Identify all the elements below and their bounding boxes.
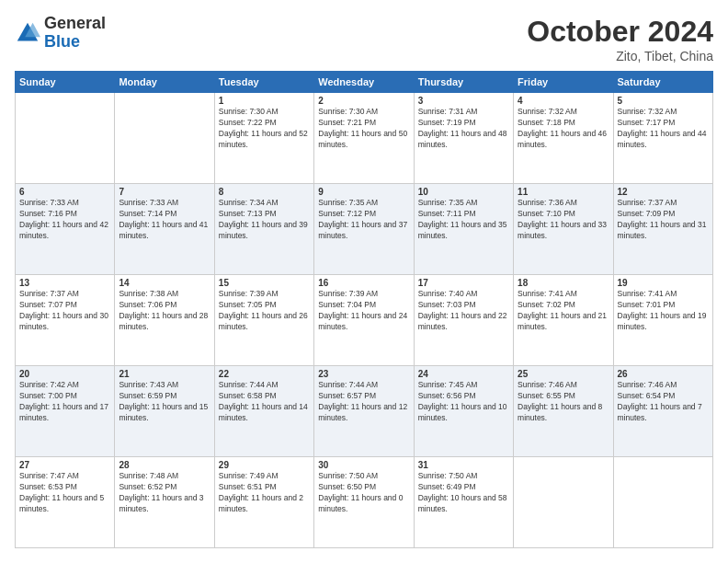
day-detail: Sunrise: 7:39 AMSunset: 7:04 PMDaylight:… [318,289,409,333]
day-number: 29 [219,460,310,470]
day-detail: Sunrise: 7:33 AMSunset: 7:16 PMDaylight:… [19,198,110,242]
table-row: 20Sunrise: 7:42 AMSunset: 7:00 PMDayligh… [16,366,115,457]
day-number: 4 [518,96,609,106]
table-row: 29Sunrise: 7:49 AMSunset: 6:51 PMDayligh… [214,457,313,548]
table-row: 2Sunrise: 7:30 AMSunset: 7:21 PMDaylight… [314,93,414,184]
table-row: 22Sunrise: 7:44 AMSunset: 6:58 PMDayligh… [214,366,313,457]
table-row: 5Sunrise: 7:32 AMSunset: 7:17 PMDaylight… [613,93,712,184]
day-detail: Sunrise: 7:41 AMSunset: 7:02 PMDaylight:… [518,289,609,333]
col-thursday: Thursday [414,72,513,93]
day-detail: Sunrise: 7:48 AMSunset: 6:52 PMDaylight:… [119,471,210,515]
day-number: 28 [119,460,210,470]
col-monday: Monday [115,72,214,93]
day-number: 24 [418,369,509,379]
table-row: 12Sunrise: 7:37 AMSunset: 7:09 PMDayligh… [613,184,712,275]
day-number: 20 [19,369,110,379]
table-row: 6Sunrise: 7:33 AMSunset: 7:16 PMDaylight… [16,184,115,275]
day-number: 5 [618,96,709,106]
table-row: 25Sunrise: 7:46 AMSunset: 6:55 PMDayligh… [514,366,613,457]
day-number: 9 [318,187,409,197]
day-number: 8 [219,187,310,197]
table-row: 9Sunrise: 7:35 AMSunset: 7:12 PMDaylight… [314,184,414,275]
table-row: 16Sunrise: 7:39 AMSunset: 7:04 PMDayligh… [314,275,414,366]
table-row: 10Sunrise: 7:35 AMSunset: 7:11 PMDayligh… [414,184,513,275]
table-row: 24Sunrise: 7:45 AMSunset: 6:56 PMDayligh… [414,366,513,457]
table-row: 3Sunrise: 7:31 AMSunset: 7:19 PMDaylight… [414,93,513,184]
header-row: Sunday Monday Tuesday Wednesday Thursday… [16,72,713,93]
day-detail: Sunrise: 7:50 AMSunset: 6:50 PMDaylight:… [318,471,409,515]
month-year: October 2024 [527,15,713,49]
table-row: 8Sunrise: 7:34 AMSunset: 7:13 PMDaylight… [214,184,313,275]
day-number: 3 [418,96,509,106]
table-row [115,93,214,184]
day-detail: Sunrise: 7:43 AMSunset: 6:59 PMDaylight:… [119,380,210,424]
table-row [613,457,712,548]
table-row: 19Sunrise: 7:41 AMSunset: 7:01 PMDayligh… [613,275,712,366]
col-tuesday: Tuesday [214,72,313,93]
location: Zito, Tibet, China [527,49,713,63]
page: General Blue October 2024 Zito, Tibet, C… [0,0,728,563]
day-detail: Sunrise: 7:42 AMSunset: 7:00 PMDaylight:… [19,380,110,424]
table-row: 17Sunrise: 7:40 AMSunset: 7:03 PMDayligh… [414,275,513,366]
day-detail: Sunrise: 7:37 AMSunset: 7:07 PMDaylight:… [19,289,110,333]
header: General Blue October 2024 Zito, Tibet, C… [15,15,713,63]
day-number: 7 [119,187,210,197]
day-detail: Sunrise: 7:30 AMSunset: 7:21 PMDaylight:… [318,107,409,151]
day-detail: Sunrise: 7:32 AMSunset: 7:18 PMDaylight:… [518,107,609,151]
table-row: 21Sunrise: 7:43 AMSunset: 6:59 PMDayligh… [115,366,214,457]
table-row [514,457,613,548]
day-detail: Sunrise: 7:35 AMSunset: 7:12 PMDaylight:… [318,198,409,242]
day-number: 26 [618,369,709,379]
calendar-week-row: 27Sunrise: 7:47 AMSunset: 6:53 PMDayligh… [16,457,713,548]
day-number: 27 [19,460,110,470]
table-row: 11Sunrise: 7:36 AMSunset: 7:10 PMDayligh… [514,184,613,275]
day-detail: Sunrise: 7:35 AMSunset: 7:11 PMDaylight:… [418,198,509,242]
logo-blue: Blue [44,33,106,52]
calendar-week-row: 20Sunrise: 7:42 AMSunset: 7:00 PMDayligh… [16,366,713,457]
day-number: 30 [318,460,409,470]
day-detail: Sunrise: 7:44 AMSunset: 6:57 PMDaylight:… [318,380,409,424]
day-detail: Sunrise: 7:38 AMSunset: 7:06 PMDaylight:… [119,289,210,333]
day-number: 10 [418,187,509,197]
calendar-week-row: 1Sunrise: 7:30 AMSunset: 7:22 PMDaylight… [16,93,713,184]
title-block: October 2024 Zito, Tibet, China [527,15,713,63]
day-number: 22 [219,369,310,379]
day-number: 15 [219,278,310,288]
table-row: 7Sunrise: 7:33 AMSunset: 7:14 PMDaylight… [115,184,214,275]
col-sunday: Sunday [16,72,115,93]
table-row: 23Sunrise: 7:44 AMSunset: 6:57 PMDayligh… [314,366,414,457]
day-number: 31 [418,460,509,470]
day-number: 23 [318,369,409,379]
day-number: 21 [119,369,210,379]
col-wednesday: Wednesday [314,72,414,93]
table-row [16,93,115,184]
day-detail: Sunrise: 7:33 AMSunset: 7:14 PMDaylight:… [119,198,210,242]
day-detail: Sunrise: 7:46 AMSunset: 6:54 PMDaylight:… [618,380,709,424]
table-row: 13Sunrise: 7:37 AMSunset: 7:07 PMDayligh… [16,275,115,366]
table-row: 31Sunrise: 7:50 AMSunset: 6:49 PMDayligh… [414,457,513,548]
day-number: 18 [518,278,609,288]
day-number: 17 [418,278,509,288]
calendar-week-row: 6Sunrise: 7:33 AMSunset: 7:16 PMDaylight… [16,184,713,275]
table-row: 30Sunrise: 7:50 AMSunset: 6:50 PMDayligh… [314,457,414,548]
day-detail: Sunrise: 7:46 AMSunset: 6:55 PMDaylight:… [518,380,609,424]
table-row: 18Sunrise: 7:41 AMSunset: 7:02 PMDayligh… [514,275,613,366]
day-detail: Sunrise: 7:45 AMSunset: 6:56 PMDaylight:… [418,380,509,424]
col-saturday: Saturday [613,72,712,93]
calendar-week-row: 13Sunrise: 7:37 AMSunset: 7:07 PMDayligh… [16,275,713,366]
table-row: 4Sunrise: 7:32 AMSunset: 7:18 PMDaylight… [514,93,613,184]
day-number: 6 [19,187,110,197]
day-detail: Sunrise: 7:36 AMSunset: 7:10 PMDaylight:… [518,198,609,242]
day-detail: Sunrise: 7:39 AMSunset: 7:05 PMDaylight:… [219,289,310,333]
table-row: 27Sunrise: 7:47 AMSunset: 6:53 PMDayligh… [16,457,115,548]
table-row: 1Sunrise: 7:30 AMSunset: 7:22 PMDaylight… [214,93,313,184]
day-detail: Sunrise: 7:49 AMSunset: 6:51 PMDaylight:… [219,471,310,515]
day-detail: Sunrise: 7:31 AMSunset: 7:19 PMDaylight:… [418,107,509,151]
logo-general: General [44,15,106,33]
logo: General Blue [15,15,106,52]
day-detail: Sunrise: 7:41 AMSunset: 7:01 PMDaylight:… [618,289,709,333]
table-row: 26Sunrise: 7:46 AMSunset: 6:54 PMDayligh… [613,366,712,457]
day-detail: Sunrise: 7:50 AMSunset: 6:49 PMDaylight:… [418,471,509,515]
day-number: 16 [318,278,409,288]
day-number: 12 [618,187,709,197]
